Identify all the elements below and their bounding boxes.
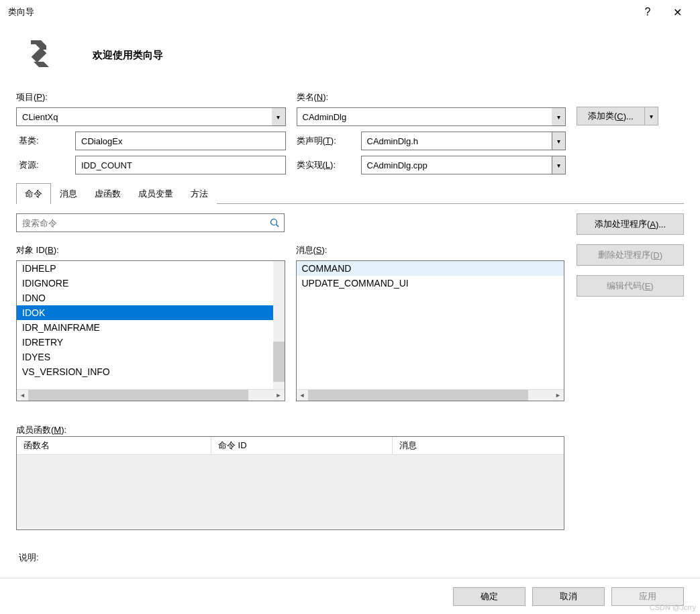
chevron-down-icon[interactable]: ▾ xyxy=(552,132,565,150)
chevron-down-icon[interactable]: ▾ xyxy=(272,108,285,125)
svg-marker-0 xyxy=(31,40,46,50)
member-funcs-label: 成员函数(M): xyxy=(16,425,66,435)
list-item[interactable]: VS_VERSION_INFO xyxy=(17,364,285,379)
close-button[interactable]: ✕ xyxy=(662,2,692,22)
ok-button[interactable]: 确定 xyxy=(453,587,526,606)
list-item[interactable]: IDRETRY xyxy=(17,335,285,350)
scroll-right-icon[interactable]: ► xyxy=(552,390,564,401)
wizard-icon xyxy=(19,35,59,75)
object-id-label: 对象 ID(B): xyxy=(16,244,285,256)
base-class-field: CDialogEx xyxy=(75,132,286,150)
tab-messages[interactable]: 消息 xyxy=(51,183,86,204)
class-name-combo[interactable]: ▾ xyxy=(297,107,566,126)
chevron-down-icon[interactable]: ▾ xyxy=(552,108,565,125)
page-title: 欢迎使用类向导 xyxy=(93,49,163,62)
cancel-button[interactable]: 取消 xyxy=(532,587,605,606)
tab-virtual[interactable]: 虚函数 xyxy=(86,183,130,204)
scroll-left-icon[interactable]: ◄ xyxy=(297,390,308,401)
class-name-input[interactable] xyxy=(297,108,552,125)
svg-marker-2 xyxy=(34,62,49,67)
col-cmd-id[interactable]: 命令 ID xyxy=(211,437,393,454)
description-label: 说明: xyxy=(16,552,564,564)
help-button[interactable]: ? xyxy=(633,2,662,22)
add-class-dropdown[interactable]: ▾ xyxy=(645,107,658,125)
list-item[interactable]: IDYES xyxy=(17,350,285,364)
search-icon[interactable] xyxy=(265,214,284,232)
list-item[interactable]: IDIGNORE xyxy=(17,276,285,291)
class-name-label: 类名(N): xyxy=(297,91,566,103)
edit-code-button[interactable]: 编辑代码(E) xyxy=(577,275,684,297)
horizontal-scrollbar[interactable]: ◄ ► xyxy=(17,389,285,401)
delete-handler-button[interactable]: 删除处理程序(D) xyxy=(577,244,684,266)
member-funcs-table[interactable]: 函数名 命令 ID 消息 xyxy=(16,436,564,530)
horizontal-scrollbar[interactable]: ◄ ► xyxy=(297,389,564,401)
tabs: 命令 消息 虚函数 成员变量 方法 xyxy=(16,183,684,204)
list-item[interactable]: UPDATE_COMMAND_UI xyxy=(297,276,564,291)
project-input[interactable] xyxy=(17,108,272,125)
class-decl-input[interactable] xyxy=(362,132,552,150)
project-combo[interactable]: ▾ xyxy=(16,107,286,126)
tab-methods[interactable]: 方法 xyxy=(182,183,217,204)
resource-field: IDD_COUNT xyxy=(75,156,286,174)
svg-rect-1 xyxy=(32,48,47,63)
col-message[interactable]: 消息 xyxy=(393,437,564,454)
search-input[interactable] xyxy=(17,214,265,232)
class-impl-input[interactable] xyxy=(362,156,552,174)
chevron-down-icon[interactable]: ▾ xyxy=(552,156,565,174)
list-item[interactable]: COMMAND xyxy=(297,261,564,276)
messages-label: 消息(S): xyxy=(296,244,565,256)
watermark: CSDN @Jcrry xyxy=(650,603,696,611)
messages-list[interactable]: COMMANDUPDATE_COMMAND_UI ◄ ► xyxy=(296,260,565,401)
class-impl-combo[interactable]: ▾ xyxy=(361,156,566,174)
search-box[interactable] xyxy=(16,213,285,232)
list-item[interactable]: IDR_MAINFRAME xyxy=(17,320,285,335)
vertical-scrollbar[interactable] xyxy=(273,261,285,389)
list-item[interactable]: IDOK xyxy=(17,305,285,320)
resource-label: 资源: xyxy=(16,159,75,171)
scroll-left-icon[interactable]: ◄ xyxy=(17,390,28,401)
col-func-name[interactable]: 函数名 xyxy=(17,437,211,454)
base-class-label: 基类: xyxy=(16,135,75,147)
class-decl-combo[interactable]: ▾ xyxy=(361,132,566,150)
svg-point-3 xyxy=(271,219,277,225)
list-item[interactable]: IDHELP xyxy=(17,261,285,276)
object-id-list[interactable]: IDHELPIDIGNOREIDNOIDOKIDR_MAINFRAMEIDRET… xyxy=(16,260,285,401)
list-item[interactable]: IDNO xyxy=(17,291,285,305)
tab-commands[interactable]: 命令 xyxy=(16,183,51,204)
window-title: 类向导 xyxy=(8,6,633,18)
add-class-button[interactable]: 添加类(C)... xyxy=(577,107,645,125)
tab-member-vars[interactable]: 成员变量 xyxy=(130,183,182,204)
class-decl-label: 类声明(T): xyxy=(297,135,350,147)
project-label: 项目(P): xyxy=(16,91,286,103)
scroll-right-icon[interactable]: ► xyxy=(273,390,285,401)
svg-line-4 xyxy=(277,225,279,227)
class-impl-label: 类实现(L): xyxy=(297,159,350,171)
add-handler-button[interactable]: 添加处理程序(A)... xyxy=(577,213,684,235)
